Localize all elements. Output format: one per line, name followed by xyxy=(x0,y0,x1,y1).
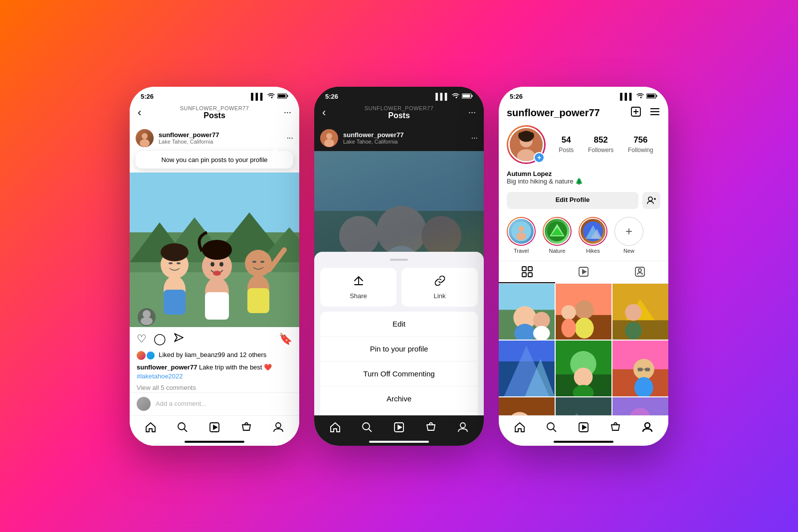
search-nav-center[interactable] xyxy=(362,422,373,436)
grid-item-6[interactable] xyxy=(612,341,668,396)
status-bar-right: 5:26 ▌▌▌ xyxy=(499,87,668,102)
svg-point-27 xyxy=(260,261,264,263)
grid-item-3[interactable] xyxy=(612,284,668,340)
share-label: Share xyxy=(350,292,367,300)
reels-nav-center[interactable] xyxy=(394,422,404,436)
post-avatar-center xyxy=(320,129,338,147)
story-new[interactable]: + New xyxy=(614,217,643,254)
search-nav-right[interactable] xyxy=(546,422,557,436)
reels-nav-left[interactable] xyxy=(209,422,220,436)
svg-rect-2 xyxy=(278,94,286,97)
svg-point-33 xyxy=(143,310,151,318)
hamburger-icon[interactable] xyxy=(649,106,660,120)
svg-point-50 xyxy=(339,216,379,256)
caption-text: Lake trip with the best ❤️ xyxy=(199,363,272,371)
tab-grid[interactable] xyxy=(499,261,555,283)
comment-input-row: Add a comment... xyxy=(130,392,299,415)
svg-point-44 xyxy=(326,133,332,139)
add-story-badge[interactable]: + xyxy=(534,152,545,163)
comment-input[interactable]: Add a comment... xyxy=(156,400,292,407)
share-button[interactable]: Share xyxy=(320,268,397,307)
time-left: 5:26 xyxy=(141,93,154,100)
more-button-center[interactable]: ··· xyxy=(468,107,476,118)
archive-option[interactable]: Archive xyxy=(320,386,478,411)
phone-right: 5:26 ▌▌▌ sunflower_power77 xyxy=(499,87,668,446)
edit-option[interactable]: Edit xyxy=(320,312,478,337)
story-nature[interactable]: Nature xyxy=(543,217,572,254)
post-header-left: sunflower_power77 Lake Tahoe, California… xyxy=(130,125,299,151)
bookmark-icon[interactable]: 🔖 xyxy=(279,333,292,346)
story-hikes[interactable]: Hikes xyxy=(579,217,607,254)
post-more-left[interactable]: ··· xyxy=(287,134,293,143)
profile-nav-center[interactable] xyxy=(457,422,468,436)
profile-avatar: + xyxy=(507,125,546,164)
search-nav-left[interactable] xyxy=(177,422,188,436)
story-travel[interactable]: Travel xyxy=(507,217,536,254)
post-location-left: Lake Tahoe, California xyxy=(159,139,282,145)
svg-point-17 xyxy=(161,243,189,261)
svg-point-99 xyxy=(575,300,594,319)
post-header-center: sunflower_power77 Lake Tahoe, California… xyxy=(314,125,484,151)
svg-point-52 xyxy=(363,423,370,430)
pin-option[interactable]: Pin to your profile xyxy=(320,337,478,361)
home-nav-left[interactable] xyxy=(145,422,156,436)
svg-point-102 xyxy=(562,319,576,338)
status-bar-center: 5:26 ▌▌▌ xyxy=(314,87,484,102)
link-icon xyxy=(434,275,446,289)
svg-point-35 xyxy=(178,423,185,430)
profile-nav-right[interactable] xyxy=(642,422,653,436)
like-icon[interactable]: ♡ xyxy=(137,333,147,346)
post-caption: sunflower_power77 Lake trip with the bes… xyxy=(130,362,299,383)
profile-nav-left[interactable] xyxy=(273,422,284,436)
comment-icon[interactable]: ◯ xyxy=(154,333,166,346)
svg-point-5 xyxy=(140,139,150,147)
add-content-icon[interactable] xyxy=(630,106,641,120)
svg-line-36 xyxy=(184,429,187,432)
back-button-left[interactable]: ‹ xyxy=(138,106,141,119)
status-icons-right: ▌▌▌ xyxy=(620,93,657,100)
svg-point-26 xyxy=(252,261,256,263)
follow-suggestions-button[interactable] xyxy=(642,192,660,209)
back-button-center[interactable]: ‹ xyxy=(322,106,326,119)
shop-nav-center[interactable] xyxy=(425,422,436,436)
post-more-center[interactable]: ··· xyxy=(471,134,478,143)
svg-point-21 xyxy=(219,262,223,266)
grid-item-1[interactable] xyxy=(499,284,555,340)
phone-left: 5:26 ▌▌▌ ‹ SUNFLOWER_POWER77 Posts ··· xyxy=(130,87,299,446)
grid-item-4[interactable] xyxy=(499,341,555,396)
svg-point-16 xyxy=(177,262,181,264)
grid-item-5[interactable] xyxy=(556,341,611,396)
time-center: 5:26 xyxy=(325,93,338,100)
svg-point-56 xyxy=(460,423,465,428)
status-icons-left: ▌▌▌ xyxy=(251,93,288,100)
tab-reels[interactable] xyxy=(555,261,611,283)
signal-icon: ▌▌▌ xyxy=(251,93,265,100)
more-button-left[interactable]: ··· xyxy=(284,107,291,118)
post-avatar-left xyxy=(136,129,154,147)
grid-item-2[interactable] xyxy=(556,284,611,340)
followers-stat[interactable]: 852 Followers xyxy=(588,135,613,154)
shop-nav-left[interactable] xyxy=(241,422,252,436)
home-nav-center[interactable] xyxy=(330,422,341,436)
link-button[interactable]: Link xyxy=(401,268,478,307)
comments-link[interactable]: View all 5 comments xyxy=(130,383,299,392)
bio-name: Autumn Lopez xyxy=(507,170,660,177)
story-label-travel: Travel xyxy=(514,248,529,254)
svg-point-20 xyxy=(210,262,214,266)
edit-profile-button[interactable]: Edit Profile xyxy=(507,192,638,209)
phone-center: 5:26 ▌▌▌ ‹ SUNFLOWER_POWER77 Posts ··· xyxy=(314,87,484,446)
following-stat[interactable]: 756 Following xyxy=(628,135,653,154)
following-label: Following xyxy=(628,147,653,154)
share-icon[interactable] xyxy=(173,332,184,346)
add-highlight-circle[interactable]: + xyxy=(614,217,643,246)
turn-off-commenting-option[interactable]: Turn Off Commenting xyxy=(320,361,478,386)
home-nav-right[interactable] xyxy=(514,422,525,436)
shop-nav-right[interactable] xyxy=(610,422,621,436)
story-label-hikes: Hikes xyxy=(586,248,600,254)
svg-rect-30 xyxy=(205,292,229,320)
status-bar-left: 5:26 ▌▌▌ xyxy=(130,87,299,102)
svg-point-100 xyxy=(575,318,594,339)
reels-nav-right[interactable] xyxy=(578,422,589,436)
svg-rect-41 xyxy=(472,95,473,97)
tab-tagged[interactable] xyxy=(612,261,668,283)
